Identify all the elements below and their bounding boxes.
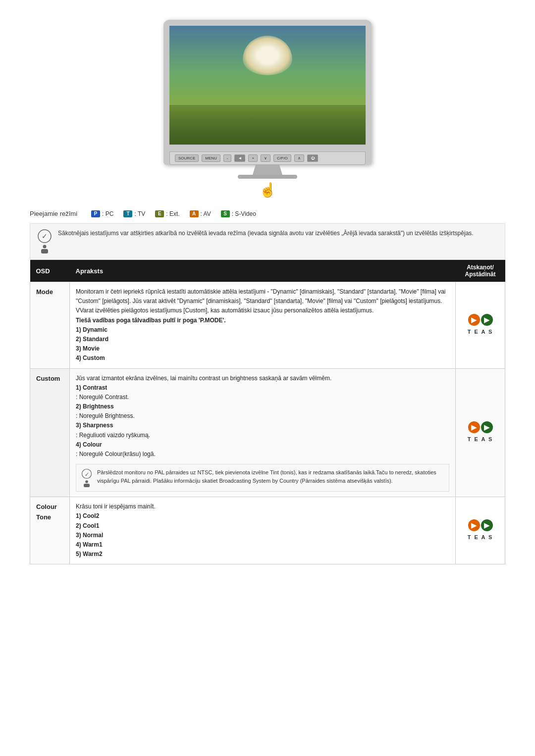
svg-rect-3 (41, 249, 48, 253)
mode-label-av: : AV (201, 210, 211, 217)
monitor-bezel-bottom (169, 145, 366, 151)
monitor-section: SOURCE MENU - ◄ + ∨ C/P/O ∧ ⏻ ☝ (30, 20, 505, 198)
osd-mode: Mode (30, 282, 70, 369)
teas-arrows-mode: ▶ ▶ (468, 314, 493, 326)
arrow-green-mode: ▶ (481, 314, 493, 326)
arrow-green-colour-tone: ▶ (481, 519, 493, 531)
svg-text:✓: ✓ (42, 232, 48, 240)
main-table: OSD Apraksts Atskaņot/Apstādināt Mode Mo… (30, 260, 505, 564)
teas-arrows-colour-tone: ▶ ▶ (468, 519, 493, 531)
mode-tv: T : TV (123, 210, 145, 217)
action-mode: ▶ ▶ T E A S (456, 282, 505, 369)
note-box-custom: ✓ Pārslēdzot monitoru no PAL pārraides u… (76, 464, 449, 492)
svg-point-6 (85, 480, 88, 483)
svg-point-2 (43, 245, 47, 249)
osd-colour-tone: ColourTone (30, 497, 70, 564)
mode-icon-tv: T (123, 210, 132, 217)
monitor-frame: SOURCE MENU - ◄ + ∨ C/P/O ∧ ⏻ (163, 20, 372, 165)
mode-pc: P : PC (91, 210, 113, 217)
table-row-mode: Mode Monitoram ir četri iepriekš rūpnīcā… (30, 282, 505, 369)
minus-btn[interactable]: - (223, 154, 232, 162)
action-custom: ▶ ▶ T E A S (456, 368, 505, 497)
teas-text-colour-tone: T E A S (468, 533, 493, 542)
arrow-orange-colour-tone: ▶ (468, 519, 480, 531)
teas-badge-custom: ▶ ▶ T E A S (462, 421, 499, 444)
desc-mode: Monitoram ir četri iepriekš rūpnīcā iest… (70, 282, 456, 369)
osd-custom: Custom (30, 368, 70, 497)
arrow-green-custom: ▶ (481, 421, 493, 433)
teas-text-mode: T E A S (468, 328, 493, 337)
arrow-orange-custom: ▶ (468, 421, 480, 433)
hand-icon: ☝ (259, 182, 276, 198)
monitor-stand-base (238, 175, 297, 179)
teas-badge-colour-tone: ▶ ▶ T E A S (462, 519, 499, 542)
input-modes: Pieejamie režīmi P : PC T : TV E : Ext. … (30, 210, 505, 217)
teas-arrows-custom: ▶ ▶ (468, 421, 493, 433)
mode-label-ext: : Ext. (166, 210, 179, 217)
mode-label-svideo: : S-Video (232, 210, 256, 217)
table-row-colour-tone: ColourTone Krāsu toni ir iespējams mainī… (30, 497, 505, 564)
mode-svideo: S : S-Video (221, 210, 256, 217)
desc-custom: Jūs varat izmantot ekrāna izvēlnes, lai … (70, 368, 456, 497)
mode-label-pc: : PC (102, 210, 113, 217)
mode-icon-svideo: S (221, 210, 230, 217)
svg-rect-7 (84, 484, 90, 487)
monitor-stand (253, 165, 282, 175)
source-btn[interactable]: SOURCE (175, 154, 199, 162)
col-header-desc: Apraksts (70, 260, 456, 282)
down-btn[interactable]: ∨ (261, 154, 270, 162)
cpo-btn[interactable]: C/P/O (273, 154, 291, 162)
table-row-custom: Custom Jūs varat izmantot ekrāna izvēlne… (30, 368, 505, 497)
note-icon-custom: ✓ (81, 468, 92, 487)
action-colour-tone: ▶ ▶ T E A S (456, 497, 505, 564)
note-check-icon: ✓ (81, 468, 92, 479)
mode-label-tv: : TV (134, 210, 145, 217)
desc-colour-tone: Krāsu toni ir iespējams mainīt. 1) Cool2… (70, 497, 456, 564)
info-icon: ✓ (37, 229, 52, 254)
mode-ext: E : Ext. (155, 210, 179, 217)
info-symbol-icon: ✓ (37, 229, 52, 244)
input-modes-label: Pieejamie režīmi (30, 210, 77, 217)
mode-icon-ext: E (155, 210, 164, 217)
note-person-icon (81, 480, 92, 487)
mode-av: A : AV (190, 210, 211, 217)
teas-text-custom: T E A S (468, 435, 493, 444)
col-header-action: Atskaņot/Apstādināt (456, 260, 505, 282)
mode-icon-av: A (190, 210, 199, 217)
info-text: Sākotnējais iestatījums var atšķirties a… (58, 229, 474, 238)
up-btn[interactable]: ∧ (294, 154, 304, 162)
note-text-custom: Pārslēdzot monitoru no PAL pārraides uz … (97, 468, 444, 485)
arrow-orange-mode: ▶ (468, 314, 480, 326)
left-btn[interactable]: ◄ (234, 154, 245, 162)
monitor-controls-bar: SOURCE MENU - ◄ + ∨ C/P/O ∧ ⏻ (169, 151, 366, 165)
info-box: ✓ Sākotnējais iestatījums var atšķirties… (30, 223, 505, 260)
info-person-icon (37, 245, 52, 254)
plus-btn[interactable]: + (248, 154, 258, 162)
col-header-osd: OSD (30, 260, 70, 282)
monitor-screen (169, 26, 366, 145)
menu-btn[interactable]: MENU (202, 154, 220, 162)
power-btn[interactable]: ⏻ (307, 154, 318, 162)
svg-text:✓: ✓ (85, 471, 89, 477)
teas-badge-mode: ▶ ▶ T E A S (462, 314, 499, 337)
mode-icon-pc: P (91, 210, 100, 217)
